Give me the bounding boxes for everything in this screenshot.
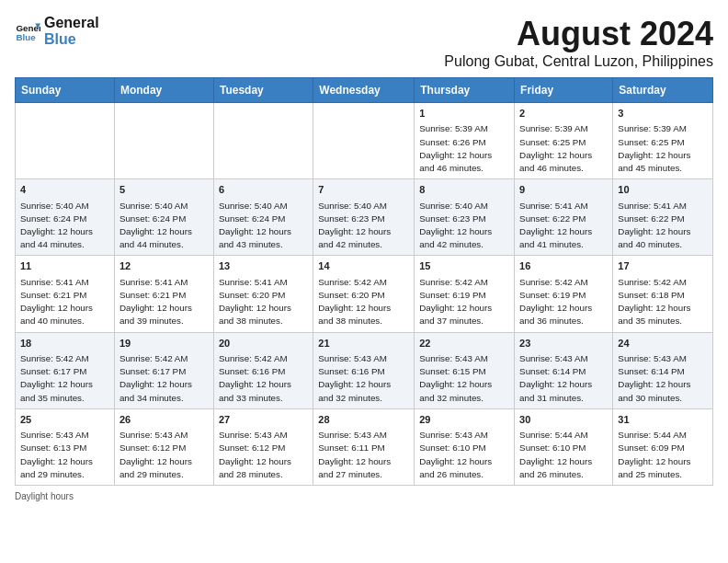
calendar-cell: 14Sunrise: 5:42 AM Sunset: 6:20 PM Dayli… bbox=[313, 256, 415, 332]
calendar-cell: 28Sunrise: 5:43 AM Sunset: 6:11 PM Dayli… bbox=[313, 408, 415, 485]
calendar-cell: 20Sunrise: 5:42 AM Sunset: 6:16 PM Dayli… bbox=[213, 332, 313, 408]
svg-text:Blue: Blue bbox=[16, 31, 36, 41]
day-info: Sunrise: 5:39 AM Sunset: 6:25 PM Dayligh… bbox=[519, 122, 608, 175]
day-info: Sunrise: 5:39 AM Sunset: 6:26 PM Dayligh… bbox=[419, 122, 509, 175]
week-row-3: 11Sunrise: 5:41 AM Sunset: 6:21 PM Dayli… bbox=[16, 256, 713, 332]
day-info: Sunrise: 5:40 AM Sunset: 6:23 PM Dayligh… bbox=[419, 200, 509, 252]
main-title: August 2024 bbox=[444, 15, 713, 53]
calendar-cell: 3Sunrise: 5:39 AM Sunset: 6:25 PM Daylig… bbox=[613, 103, 713, 179]
day-number: 1 bbox=[419, 107, 509, 121]
day-number: 17 bbox=[618, 259, 708, 273]
day-header-sunday: Sunday bbox=[16, 78, 115, 103]
logo-text-line2: Blue bbox=[44, 31, 99, 48]
day-number: 16 bbox=[519, 259, 608, 273]
day-number: 27 bbox=[219, 413, 308, 427]
title-block: August 2024 Pulong Gubat, Central Luzon,… bbox=[444, 15, 713, 70]
day-number: 10 bbox=[618, 183, 708, 197]
calendar-cell bbox=[114, 103, 213, 179]
day-number: 28 bbox=[318, 413, 409, 427]
week-row-4: 18Sunrise: 5:42 AM Sunset: 6:17 PM Dayli… bbox=[16, 332, 713, 408]
day-info: Sunrise: 5:42 AM Sunset: 6:18 PM Dayligh… bbox=[618, 276, 708, 328]
day-info: Sunrise: 5:43 AM Sunset: 6:11 PM Dayligh… bbox=[318, 429, 409, 481]
calendar-cell: 18Sunrise: 5:42 AM Sunset: 6:17 PM Dayli… bbox=[16, 332, 115, 408]
calendar-cell: 6Sunrise: 5:40 AM Sunset: 6:24 PM Daylig… bbox=[213, 179, 313, 256]
calendar-cell: 16Sunrise: 5:42 AM Sunset: 6:19 PM Dayli… bbox=[515, 256, 613, 332]
footer: Daylight hours bbox=[15, 491, 713, 501]
week-row-5: 25Sunrise: 5:43 AM Sunset: 6:13 PM Dayli… bbox=[16, 408, 713, 485]
calendar-cell bbox=[16, 103, 115, 179]
day-number: 25 bbox=[20, 413, 109, 427]
day-number: 11 bbox=[20, 259, 109, 273]
day-info: Sunrise: 5:42 AM Sunset: 6:19 PM Dayligh… bbox=[419, 276, 509, 328]
day-info: Sunrise: 5:41 AM Sunset: 6:20 PM Dayligh… bbox=[219, 276, 308, 328]
calendar-cell: 30Sunrise: 5:44 AM Sunset: 6:10 PM Dayli… bbox=[515, 408, 613, 485]
day-info: Sunrise: 5:39 AM Sunset: 6:25 PM Dayligh… bbox=[618, 122, 708, 175]
day-info: Sunrise: 5:43 AM Sunset: 6:12 PM Dayligh… bbox=[119, 429, 209, 481]
day-info: Sunrise: 5:43 AM Sunset: 6:14 PM Dayligh… bbox=[618, 352, 708, 405]
calendar-table: SundayMondayTuesdayWednesdayThursdayFrid… bbox=[15, 77, 713, 486]
day-number: 3 bbox=[618, 107, 708, 121]
week-row-1: 1Sunrise: 5:39 AM Sunset: 6:26 PM Daylig… bbox=[16, 103, 713, 179]
day-info: Sunrise: 5:44 AM Sunset: 6:09 PM Dayligh… bbox=[618, 429, 708, 481]
day-header-saturday: Saturday bbox=[613, 78, 713, 103]
calendar-cell: 15Sunrise: 5:42 AM Sunset: 6:19 PM Dayli… bbox=[415, 256, 515, 332]
day-info: Sunrise: 5:42 AM Sunset: 6:17 PM Dayligh… bbox=[20, 352, 109, 405]
day-header-thursday: Thursday bbox=[415, 78, 515, 103]
day-number: 29 bbox=[419, 413, 509, 427]
day-number: 23 bbox=[519, 337, 608, 350]
calendar-cell: 27Sunrise: 5:43 AM Sunset: 6:12 PM Dayli… bbox=[213, 408, 313, 485]
day-number: 18 bbox=[20, 337, 109, 350]
calendar-cell: 10Sunrise: 5:41 AM Sunset: 6:22 PM Dayli… bbox=[613, 179, 713, 256]
day-number: 22 bbox=[419, 337, 509, 350]
day-number: 20 bbox=[219, 337, 308, 350]
calendar-cell: 11Sunrise: 5:41 AM Sunset: 6:21 PM Dayli… bbox=[16, 256, 115, 332]
footer-text: Daylight hours bbox=[15, 491, 74, 501]
day-info: Sunrise: 5:42 AM Sunset: 6:19 PM Dayligh… bbox=[519, 276, 608, 328]
day-info: Sunrise: 5:40 AM Sunset: 6:24 PM Dayligh… bbox=[20, 200, 109, 252]
day-info: Sunrise: 5:41 AM Sunset: 6:22 PM Dayligh… bbox=[519, 200, 608, 252]
day-number: 21 bbox=[318, 337, 409, 350]
page-header: General Blue General Blue August 2024 Pu… bbox=[15, 15, 713, 70]
calendar-cell: 17Sunrise: 5:42 AM Sunset: 6:18 PM Dayli… bbox=[613, 256, 713, 332]
day-info: Sunrise: 5:42 AM Sunset: 6:17 PM Dayligh… bbox=[119, 352, 209, 405]
calendar-cell: 1Sunrise: 5:39 AM Sunset: 6:26 PM Daylig… bbox=[415, 103, 515, 179]
day-info: Sunrise: 5:43 AM Sunset: 6:12 PM Dayligh… bbox=[219, 429, 308, 481]
calendar-cell: 25Sunrise: 5:43 AM Sunset: 6:13 PM Dayli… bbox=[16, 408, 115, 485]
day-info: Sunrise: 5:43 AM Sunset: 6:16 PM Dayligh… bbox=[318, 352, 409, 405]
day-number: 13 bbox=[219, 259, 308, 273]
sub-title: Pulong Gubat, Central Luzon, Philippines bbox=[444, 53, 713, 70]
header-row: SundayMondayTuesdayWednesdayThursdayFrid… bbox=[16, 78, 713, 103]
calendar-cell: 24Sunrise: 5:43 AM Sunset: 6:14 PM Dayli… bbox=[613, 332, 713, 408]
calendar-cell: 19Sunrise: 5:42 AM Sunset: 6:17 PM Dayli… bbox=[114, 332, 213, 408]
day-number: 24 bbox=[618, 337, 708, 350]
day-number: 2 bbox=[519, 107, 608, 121]
day-number: 30 bbox=[519, 413, 608, 427]
logo: General Blue General Blue bbox=[15, 15, 99, 47]
day-info: Sunrise: 5:43 AM Sunset: 6:14 PM Dayligh… bbox=[519, 352, 608, 405]
day-number: 9 bbox=[519, 183, 608, 197]
calendar-cell: 5Sunrise: 5:40 AM Sunset: 6:24 PM Daylig… bbox=[114, 179, 213, 256]
day-header-tuesday: Tuesday bbox=[213, 78, 313, 103]
calendar-cell: 13Sunrise: 5:41 AM Sunset: 6:20 PM Dayli… bbox=[213, 256, 313, 332]
day-header-monday: Monday bbox=[114, 78, 213, 103]
day-number: 6 bbox=[219, 183, 308, 197]
day-info: Sunrise: 5:41 AM Sunset: 6:21 PM Dayligh… bbox=[119, 276, 209, 328]
day-number: 14 bbox=[318, 259, 409, 273]
day-info: Sunrise: 5:43 AM Sunset: 6:10 PM Dayligh… bbox=[419, 429, 509, 481]
logo-text-line1: General bbox=[44, 15, 99, 31]
week-row-2: 4Sunrise: 5:40 AM Sunset: 6:24 PM Daylig… bbox=[16, 179, 713, 256]
day-number: 31 bbox=[618, 413, 708, 427]
calendar-cell: 29Sunrise: 5:43 AM Sunset: 6:10 PM Dayli… bbox=[415, 408, 515, 485]
calendar-header: SundayMondayTuesdayWednesdayThursdayFrid… bbox=[16, 78, 713, 103]
day-number: 26 bbox=[119, 413, 209, 427]
day-header-wednesday: Wednesday bbox=[313, 78, 415, 103]
calendar-cell: 7Sunrise: 5:40 AM Sunset: 6:23 PM Daylig… bbox=[313, 179, 415, 256]
calendar-cell bbox=[313, 103, 415, 179]
day-info: Sunrise: 5:40 AM Sunset: 6:24 PM Dayligh… bbox=[119, 200, 209, 252]
day-number: 8 bbox=[419, 183, 509, 197]
calendar-cell: 31Sunrise: 5:44 AM Sunset: 6:09 PM Dayli… bbox=[613, 408, 713, 485]
day-info: Sunrise: 5:43 AM Sunset: 6:15 PM Dayligh… bbox=[419, 352, 509, 405]
day-info: Sunrise: 5:44 AM Sunset: 6:10 PM Dayligh… bbox=[519, 429, 608, 481]
calendar-cell: 9Sunrise: 5:41 AM Sunset: 6:22 PM Daylig… bbox=[515, 179, 613, 256]
logo-icon: General Blue bbox=[15, 18, 40, 44]
